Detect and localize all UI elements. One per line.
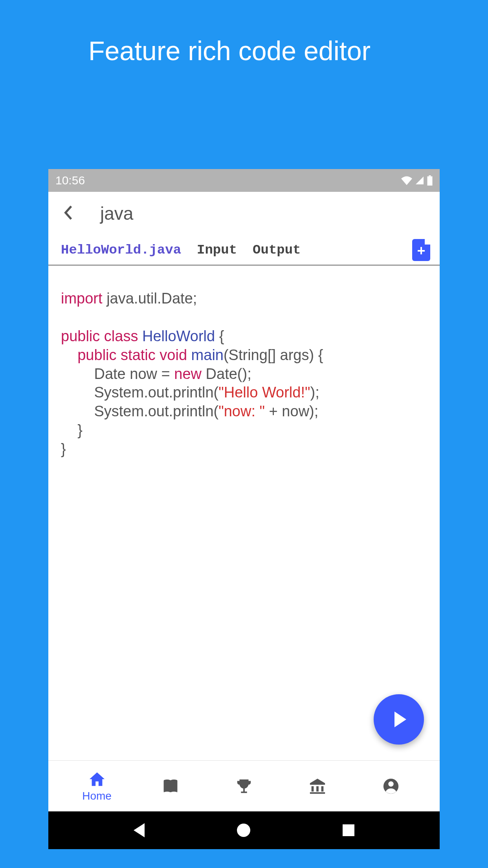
chevron-left-icon [64,206,73,220]
system-nav [48,811,440,849]
code-editor[interactable]: import java.util.Date; public class Hell… [48,266,440,760]
signal-icon [415,176,425,185]
nav-home-label: Home [82,790,112,802]
phone-frame: 10:56 java HelloWorld.java Input Output … [48,169,440,849]
tab-row: HelloWorld.java Input Output [48,235,440,266]
code-line [61,308,427,327]
code-line: Date now = new Date(); [61,365,427,384]
marketing-headline: Feature rich code editor [0,0,488,66]
tab-file[interactable]: HelloWorld.java [61,243,181,257]
nav-leaderboard[interactable] [281,777,354,795]
code-line: } [61,421,427,440]
play-icon [394,712,406,727]
code-line: System.out.println("now: " + now); [61,402,427,421]
code-line: } [61,440,427,459]
tab-input[interactable]: Input [197,243,237,257]
tab-output[interactable]: Output [253,243,301,257]
android-recents[interactable] [343,824,354,836]
app-bar: java [48,192,440,235]
home-icon [88,770,106,788]
bottom-nav: Home [48,760,440,811]
wifi-icon [401,176,412,185]
android-home[interactable] [237,824,250,837]
run-button[interactable] [374,694,424,745]
battery-icon [427,175,433,186]
nav-profile[interactable] [354,777,428,795]
code-line: public static void main(String[] args) { [61,346,427,365]
nav-home[interactable]: Home [60,770,134,802]
svg-rect-1 [429,175,431,177]
bank-icon [308,777,327,795]
svg-point-3 [389,781,394,786]
nav-learn[interactable] [134,777,207,795]
code-line: public class HelloWorld { [61,327,427,346]
status-time: 10:56 [55,174,85,187]
android-back[interactable] [134,823,145,837]
trophy-icon [235,777,253,795]
code-line: import java.util.Date; [61,289,427,308]
svg-rect-0 [427,177,433,186]
add-file-button[interactable] [412,239,430,261]
book-icon [161,777,180,795]
back-button[interactable] [56,203,84,224]
page-title: java [84,203,133,224]
code-line: System.out.println("Hello World!"); [61,383,427,402]
status-icons [401,175,433,186]
status-bar: 10:56 [48,169,440,192]
person-icon [382,777,400,795]
nav-challenges[interactable] [207,777,281,795]
